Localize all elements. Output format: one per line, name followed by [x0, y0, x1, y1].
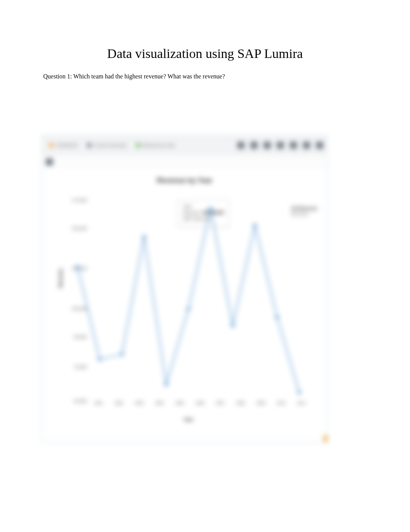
x-tick: 2003 [129, 401, 149, 413]
data-point[interactable] [186, 308, 190, 311]
chart-title: Revenue by Year [50, 177, 319, 185]
data-point[interactable] [275, 316, 279, 319]
data-point[interactable] [208, 207, 212, 210]
x-tick: 2001 [88, 401, 109, 413]
tool-icon[interactable] [303, 142, 310, 149]
tool-icon[interactable] [277, 142, 284, 149]
data-point[interactable] [76, 265, 80, 269]
toolbar-label: VISUALIZE [56, 143, 78, 148]
x-tick: 2005 [169, 401, 190, 413]
data-point[interactable] [98, 358, 102, 361]
data-point[interactable] [120, 353, 124, 356]
data-point[interactable] [297, 391, 301, 394]
x-tick: 2008 [230, 401, 251, 413]
x-axis: 2001 2002 2003 2004 2005 2006 2007 2008 … [88, 401, 312, 413]
x-tick: 2011 [291, 401, 312, 413]
app-window: VISUALIZE Course Overview Revenue by Yea… [42, 135, 327, 442]
data-line [78, 209, 299, 393]
status-dot-icon [136, 143, 141, 148]
corner-handle[interactable] [324, 435, 327, 442]
x-tick: 2009 [251, 401, 271, 413]
toolbar-label: Course Overview [94, 143, 126, 148]
x-tick: 2010 [271, 401, 291, 413]
sub-tool-icon[interactable] [46, 158, 53, 165]
data-point[interactable] [142, 235, 146, 238]
x-axis-label: Year [183, 417, 193, 422]
tool-icon[interactable] [251, 142, 258, 149]
toolbar-right-icons [237, 142, 323, 149]
tool-icon[interactable] [237, 142, 244, 149]
chart-body: Revenue 170,000 155,000 130,000 105,000 … [65, 200, 312, 401]
toolbar-label: Revenue by Year [143, 143, 175, 148]
toolbar-section-overview[interactable]: Course Overview [84, 141, 129, 149]
data-point[interactable] [253, 224, 257, 227]
toolbar-section-visualize[interactable]: VISUALIZE [46, 141, 81, 149]
y-axis-label: Revenue [58, 269, 63, 288]
tool-icon[interactable] [290, 142, 297, 149]
data-point[interactable] [231, 324, 235, 327]
x-tick: 2006 [190, 401, 210, 413]
tool-icon[interactable] [264, 142, 271, 149]
x-tick: 2007 [210, 401, 230, 413]
tool-icon[interactable] [316, 142, 323, 149]
chart-area: Revenue by Year Year: Revenue: 165,000.0… [42, 169, 327, 442]
main-toolbar: VISUALIZE Course Overview Revenue by Yea… [42, 136, 327, 155]
page-title: Data visualization using SAP Lumira [0, 46, 410, 61]
status-dot-icon [49, 143, 54, 148]
question-text: Question 1: Which team had the highest r… [43, 72, 367, 81]
sub-toolbar [42, 155, 327, 169]
x-tick: 2004 [149, 401, 170, 413]
x-tick: 2002 [109, 401, 129, 413]
chart-line-svg [65, 200, 312, 401]
toolbar-section-revenue[interactable]: Revenue by Year [133, 141, 178, 149]
status-dot-icon [87, 143, 91, 148]
data-point[interactable] [164, 383, 168, 386]
